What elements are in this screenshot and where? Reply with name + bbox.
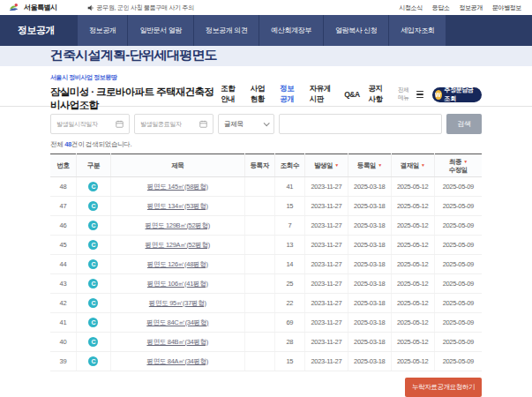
site-nav-link[interactable]: 자유게시판 — [310, 84, 335, 105]
utility-link[interactable]: 정보공개 — [460, 4, 483, 12]
nav-brand[interactable]: 정보공개 — [18, 24, 78, 37]
cell-views: 13 — [274, 236, 304, 255]
site-nav-link[interactable]: 공지사항 — [369, 84, 390, 105]
cell-occur-date: 2023-11-27 — [304, 255, 348, 274]
column-header: 번호 — [50, 154, 76, 177]
cell-approve-date: 2025-05-12 — [391, 274, 434, 294]
estimated-contribution-button[interactable]: W추정분담금 조회 — [432, 87, 482, 102]
utility-link[interactable]: 응답소 — [432, 4, 450, 12]
cell-occur-date: 2023-11-27 — [304, 274, 348, 294]
cell-reg-date: 2025-03-18 — [348, 294, 391, 313]
post-link[interactable]: 평면도 134㎡(53평형) — [147, 202, 208, 210]
category-badge-icon: C — [88, 318, 98, 327]
portal-eyebrow[interactable]: 서울시 정비사업 정보몽땅 — [50, 73, 221, 82]
cell-occur-date: 2023-11-27 — [304, 333, 348, 352]
cell-title: 평면도 84C㎡(34평형) — [110, 313, 244, 333]
search-field-value: 글제목 — [224, 120, 244, 129]
column-header[interactable]: 등록일▼ — [348, 154, 391, 177]
estimated-contribution-label: 추정분담금 조회 — [445, 86, 475, 103]
association-title[interactable]: 잠실미성 · 크로바아파트 주택재건축정비사업조합 — [50, 86, 221, 112]
cell-reg-date: 2025-03-18 — [348, 236, 391, 255]
sort-icon: ▼ — [378, 162, 382, 168]
post-link[interactable]: 평면도 129A㎡(52평형) — [146, 241, 210, 249]
search-field-select[interactable]: 글제목 — [218, 114, 274, 134]
request-missing-data-button[interactable]: 누락자료공개요청하기 — [405, 378, 482, 397]
chevron-down-icon — [264, 120, 270, 126]
nav-tab[interactable]: 세입자조회 — [389, 15, 446, 46]
site-nav-link[interactable]: 정보공개 — [280, 84, 301, 105]
table-row: 45C평면도 129A㎡(52평형)132023-11-272025-03-18… — [50, 236, 482, 255]
post-link[interactable]: 평면도 84B㎡(34평형) — [146, 338, 208, 346]
column-header[interactable]: 발생일▼ — [304, 154, 348, 177]
column-header[interactable]: 결재일▼ — [391, 154, 434, 177]
nav-tab[interactable]: 예산회계장부 — [259, 15, 323, 46]
nav-tab[interactable]: 정보공개 — [78, 15, 127, 46]
nav-tab[interactable]: 열람복사 신청 — [324, 15, 388, 46]
cell-modified-date: 2025-05-09 — [434, 216, 482, 236]
cell-views: 69 — [274, 313, 304, 333]
filter-bar: 발생일시작일자 발생일종료일자 글제목 — [50, 114, 482, 134]
category-badge-icon: C — [88, 356, 98, 366]
keyword-input[interactable] — [279, 114, 442, 134]
category-badge-icon: C — [88, 259, 98, 269]
speaker-icon — [87, 4, 94, 11]
cell-category: C — [76, 333, 110, 352]
seoul-logo-icon — [9, 3, 19, 12]
nav-tab[interactable]: 일반문서 열람 — [128, 15, 192, 46]
column-header: 등록자 — [244, 154, 274, 177]
site-nav-link[interactable]: Q&A — [344, 90, 359, 99]
cell-approve-date: 2025-05-12 — [391, 216, 434, 236]
cell-modified-date: 2025-05-09 — [434, 274, 482, 294]
cell-views: 14 — [274, 255, 304, 274]
cell-approve-date: 2025-05-12 — [391, 313, 434, 333]
table-row: 39C평면도 84A㎡(34평형)152023-11-272025-03-182… — [50, 352, 482, 371]
post-link[interactable]: 평면도 84C㎡(34평형) — [146, 318, 208, 326]
column-header[interactable]: 최종▼수정일 — [434, 154, 482, 177]
cell-modified-date: 2025-05-09 — [434, 294, 482, 313]
post-link[interactable]: 평면도 84A㎡(34평형) — [146, 357, 208, 365]
cell-number: 43 — [50, 274, 76, 294]
table-header-row: 번호구분제목등록자조회수발생일▼등록일▼결재일▼최종▼수정일 — [50, 154, 482, 177]
date-start-placeholder: 발생일시작일자 — [56, 120, 98, 129]
utility-link[interactable]: 분야별정보 — [492, 4, 521, 12]
sort-icon: ▼ — [421, 162, 425, 168]
post-link[interactable]: 평면도 145㎡(58평형) — [147, 183, 208, 191]
table-row: 41C평면도 84C㎡(34평형)692023-11-272025-03-182… — [50, 313, 482, 333]
nav-tab[interactable]: 정보공개 의견 — [194, 15, 259, 46]
cell-occur-date: 2023-11-27 — [304, 313, 348, 333]
hero-strip: 건축시설계획-단위세대평면도 — [0, 46, 532, 66]
notice-banner[interactable]: 공무원, 군인 사칭 물품구매 사기 주의 — [87, 4, 194, 12]
seoul-logo-text[interactable]: 서울특별시 — [24, 3, 57, 12]
cell-occur-date: 2023-11-27 — [304, 216, 348, 236]
all-menu-button[interactable]: 전체메뉴 — [398, 86, 423, 102]
cell-reg-date: 2025-03-18 — [348, 313, 391, 333]
table-row: 47C평면도 134㎡(53평형)152023-11-272025-03-182… — [50, 197, 482, 216]
post-link[interactable]: 평면도 129B㎡(52평형) — [146, 221, 210, 229]
results-summary: 전체 48건이 검색되었습니다. — [50, 140, 482, 149]
nav-tabs: 정보공개일반문서 열람정보공개 의견예산회계장부열람복사 신청세입자조회 — [78, 15, 446, 46]
cell-reg-date: 2025-03-18 — [348, 333, 391, 352]
cell-views: 41 — [274, 177, 304, 197]
results-count: 48 — [64, 140, 71, 148]
category-badge-icon: C — [88, 201, 98, 211]
post-link[interactable]: 평면도 126㎡(48평형) — [147, 260, 208, 268]
cell-modified-date: 2025-05-09 — [434, 177, 482, 197]
site-nav-link[interactable]: 조합안내 — [221, 84, 242, 105]
date-end-input[interactable]: 발생일종료일자 — [134, 114, 214, 134]
cell-approve-date: 2025-05-12 — [391, 255, 434, 274]
seoul-logo[interactable] — [9, 3, 19, 12]
date-end-placeholder: 발생일종료일자 — [140, 120, 182, 129]
post-link[interactable]: 평면도 106㎡(41평형) — [147, 280, 208, 288]
cell-title: 평면도 95㎡(37평형) — [110, 294, 244, 313]
calendar-icon — [116, 120, 124, 128]
site-nav-link[interactable]: 사업현황 — [251, 84, 272, 105]
post-link[interactable]: 평면도 95㎡(37평형) — [149, 299, 206, 307]
search-button[interactable]: 검색 — [446, 114, 482, 134]
date-start-input[interactable]: 발생일시작일자 — [50, 114, 130, 134]
cell-title: 평면도 129A㎡(52평형) — [110, 236, 244, 255]
cell-views: 7 — [274, 216, 304, 236]
cell-category: C — [76, 313, 110, 333]
page-heading: 건축시설계획-단위세대평면도 — [50, 50, 532, 63]
category-badge-icon: C — [88, 279, 98, 288]
utility-link[interactable]: 시청소식 — [399, 4, 422, 12]
